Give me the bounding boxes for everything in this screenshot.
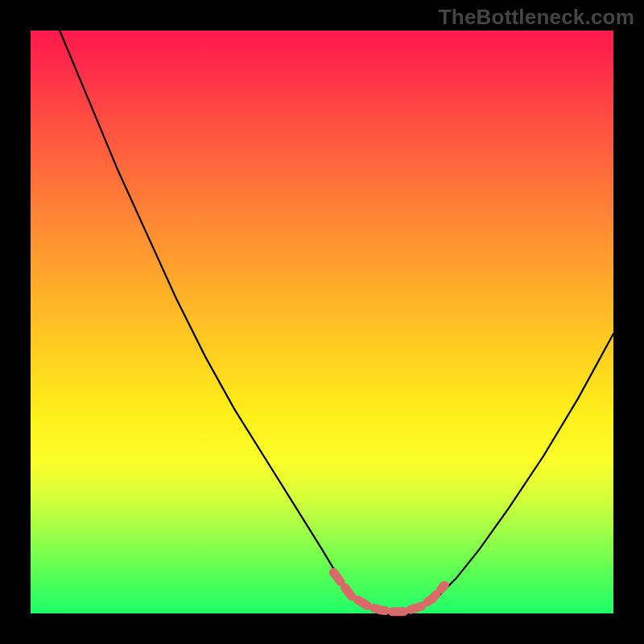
svg-point-0: [329, 568, 338, 577]
chart-svg: [31, 31, 613, 613]
svg-point-1: [440, 581, 449, 590]
plot-area: [31, 31, 613, 613]
optimal-zone-marker: [329, 568, 449, 612]
bottleneck-curve: [60, 31, 613, 613]
watermark-text: TheBottleneck.com: [439, 5, 634, 30]
chart-frame: TheBottleneck.com: [0, 0, 644, 644]
